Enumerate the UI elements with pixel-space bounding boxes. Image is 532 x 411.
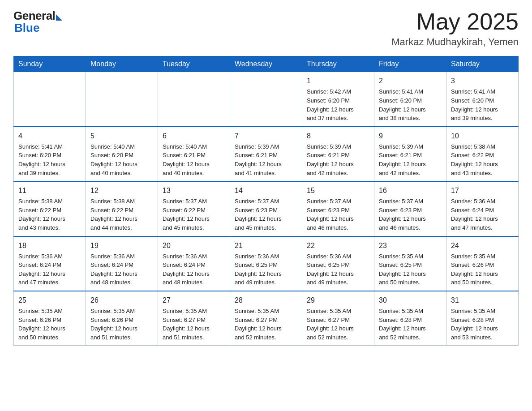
day-number: 13 — [163, 185, 225, 196]
table-row: 20Sunrise: 5:36 AM Sunset: 6:24 PM Dayli… — [158, 236, 230, 291]
logo-triangle-icon — [56, 14, 62, 21]
logo: General Blue — [13, 9, 62, 35]
day-info: Sunrise: 5:35 AM Sunset: 6:27 PM Dayligh… — [163, 308, 210, 341]
day-info: Sunrise: 5:36 AM Sunset: 6:24 PM Dayligh… — [451, 198, 498, 231]
table-row: 30Sunrise: 5:35 AM Sunset: 6:28 PM Dayli… — [374, 291, 446, 346]
table-row: 13Sunrise: 5:37 AM Sunset: 6:22 PM Dayli… — [158, 181, 230, 236]
day-number: 29 — [307, 295, 369, 305]
day-info: Sunrise: 5:37 AM Sunset: 6:22 PM Dayligh… — [163, 198, 210, 231]
day-info: Sunrise: 5:38 AM Sunset: 6:22 PM Dayligh… — [18, 198, 65, 231]
table-row: 28Sunrise: 5:35 AM Sunset: 6:27 PM Dayli… — [230, 291, 302, 346]
day-info: Sunrise: 5:36 AM Sunset: 6:24 PM Dayligh… — [163, 253, 210, 286]
table-row: 8Sunrise: 5:39 AM Sunset: 6:21 PM Daylig… — [302, 127, 374, 181]
col-monday: Monday — [86, 56, 158, 72]
day-info: Sunrise: 5:40 AM Sunset: 6:21 PM Dayligh… — [163, 143, 210, 176]
table-row: 27Sunrise: 5:35 AM Sunset: 6:27 PM Dayli… — [158, 291, 230, 346]
day-info: Sunrise: 5:36 AM Sunset: 6:24 PM Dayligh… — [18, 253, 65, 286]
day-info: Sunrise: 5:37 AM Sunset: 6:23 PM Dayligh… — [379, 198, 426, 231]
day-info: Sunrise: 5:35 AM Sunset: 6:27 PM Dayligh… — [235, 308, 282, 341]
day-number: 15 — [307, 185, 369, 196]
day-info: Sunrise: 5:38 AM Sunset: 6:22 PM Dayligh… — [451, 143, 498, 176]
day-info: Sunrise: 5:40 AM Sunset: 6:20 PM Dayligh… — [90, 143, 137, 176]
day-number: 31 — [451, 295, 514, 305]
table-row: 11Sunrise: 5:38 AM Sunset: 6:22 PM Dayli… — [14, 181, 86, 236]
calendar-header-row: Sunday Monday Tuesday Wednesday Thursday… — [14, 56, 519, 72]
day-number: 9 — [379, 131, 442, 141]
day-number: 6 — [163, 131, 225, 141]
day-number: 25 — [18, 295, 81, 305]
table-row: 10Sunrise: 5:38 AM Sunset: 6:22 PM Dayli… — [446, 127, 519, 181]
day-number: 30 — [379, 295, 442, 305]
day-info: Sunrise: 5:36 AM Sunset: 6:25 PM Dayligh… — [235, 253, 282, 286]
day-number: 26 — [90, 295, 153, 305]
page-header: General Blue May 2025 Markaz Mudhaykirah… — [13, 9, 519, 48]
table-row: 19Sunrise: 5:36 AM Sunset: 6:24 PM Dayli… — [86, 236, 158, 291]
table-row: 23Sunrise: 5:35 AM Sunset: 6:25 PM Dayli… — [374, 236, 446, 291]
table-row: 17Sunrise: 5:36 AM Sunset: 6:24 PM Dayli… — [446, 181, 519, 236]
table-row: 21Sunrise: 5:36 AM Sunset: 6:25 PM Dayli… — [230, 236, 302, 291]
table-row: 24Sunrise: 5:35 AM Sunset: 6:26 PM Dayli… — [446, 236, 519, 291]
table-row: 9Sunrise: 5:39 AM Sunset: 6:21 PM Daylig… — [374, 127, 446, 181]
table-row: 31Sunrise: 5:35 AM Sunset: 6:28 PM Dayli… — [446, 291, 519, 346]
table-row — [158, 72, 230, 127]
table-row: 3Sunrise: 5:41 AM Sunset: 6:20 PM Daylig… — [446, 72, 519, 127]
table-row: 2Sunrise: 5:41 AM Sunset: 6:20 PM Daylig… — [374, 72, 446, 127]
day-number: 23 — [379, 240, 442, 251]
location-subtitle: Markaz Mudhaykirah, Yemen — [391, 36, 519, 48]
table-row: 1Sunrise: 5:42 AM Sunset: 6:20 PM Daylig… — [302, 72, 374, 127]
table-row: 15Sunrise: 5:37 AM Sunset: 6:23 PM Dayli… — [302, 181, 374, 236]
table-row: 26Sunrise: 5:35 AM Sunset: 6:26 PM Dayli… — [86, 291, 158, 346]
day-number: 27 — [163, 295, 225, 305]
day-number: 16 — [379, 185, 442, 196]
day-number: 4 — [18, 131, 81, 141]
table-row: 18Sunrise: 5:36 AM Sunset: 6:24 PM Dayli… — [14, 236, 86, 291]
day-number: 21 — [235, 240, 297, 251]
day-info: Sunrise: 5:37 AM Sunset: 6:23 PM Dayligh… — [307, 198, 354, 231]
table-row — [230, 72, 302, 127]
title-block: May 2025 Markaz Mudhaykirah, Yemen — [391, 9, 519, 48]
col-friday: Friday — [374, 56, 446, 72]
day-number: 20 — [163, 240, 225, 251]
day-number: 8 — [307, 131, 369, 141]
day-number: 22 — [307, 240, 369, 251]
day-info: Sunrise: 5:35 AM Sunset: 6:25 PM Dayligh… — [379, 253, 426, 286]
table-row: 12Sunrise: 5:38 AM Sunset: 6:22 PM Dayli… — [86, 181, 158, 236]
day-number: 3 — [451, 76, 514, 86]
table-row: 4Sunrise: 5:41 AM Sunset: 6:20 PM Daylig… — [14, 127, 86, 181]
day-number: 19 — [90, 240, 153, 251]
day-number: 12 — [90, 185, 153, 196]
table-row: 16Sunrise: 5:37 AM Sunset: 6:23 PM Dayli… — [374, 181, 446, 236]
day-number: 2 — [379, 76, 442, 86]
day-info: Sunrise: 5:38 AM Sunset: 6:22 PM Dayligh… — [90, 198, 137, 231]
calendar-week-row: 25Sunrise: 5:35 AM Sunset: 6:26 PM Dayli… — [14, 291, 519, 346]
day-info: Sunrise: 5:41 AM Sunset: 6:20 PM Dayligh… — [451, 88, 498, 121]
day-info: Sunrise: 5:35 AM Sunset: 6:27 PM Dayligh… — [307, 308, 354, 341]
day-info: Sunrise: 5:41 AM Sunset: 6:20 PM Dayligh… — [18, 143, 65, 176]
day-info: Sunrise: 5:39 AM Sunset: 6:21 PM Dayligh… — [307, 143, 354, 176]
logo-blue-text: Blue — [14, 21, 39, 35]
day-info: Sunrise: 5:37 AM Sunset: 6:23 PM Dayligh… — [235, 198, 282, 231]
day-info: Sunrise: 5:41 AM Sunset: 6:20 PM Dayligh… — [379, 88, 426, 121]
day-number: 1 — [307, 76, 369, 86]
calendar-table: Sunday Monday Tuesday Wednesday Thursday… — [13, 56, 519, 346]
day-number: 14 — [235, 185, 297, 196]
day-info: Sunrise: 5:35 AM Sunset: 6:26 PM Dayligh… — [18, 308, 65, 341]
day-number: 10 — [451, 131, 514, 141]
day-number: 11 — [18, 185, 81, 196]
day-info: Sunrise: 5:35 AM Sunset: 6:28 PM Dayligh… — [379, 308, 426, 341]
day-info: Sunrise: 5:36 AM Sunset: 6:24 PM Dayligh… — [90, 253, 137, 286]
calendar-week-row: 1Sunrise: 5:42 AM Sunset: 6:20 PM Daylig… — [14, 72, 519, 127]
col-tuesday: Tuesday — [158, 56, 230, 72]
day-info: Sunrise: 5:39 AM Sunset: 6:21 PM Dayligh… — [235, 143, 282, 176]
calendar-week-row: 4Sunrise: 5:41 AM Sunset: 6:20 PM Daylig… — [14, 127, 519, 181]
day-number: 5 — [90, 131, 153, 141]
table-row: 6Sunrise: 5:40 AM Sunset: 6:21 PM Daylig… — [158, 127, 230, 181]
col-wednesday: Wednesday — [230, 56, 302, 72]
table-row: 25Sunrise: 5:35 AM Sunset: 6:26 PM Dayli… — [14, 291, 86, 346]
col-thursday: Thursday — [302, 56, 374, 72]
calendar-week-row: 11Sunrise: 5:38 AM Sunset: 6:22 PM Dayli… — [14, 181, 519, 236]
day-info: Sunrise: 5:35 AM Sunset: 6:26 PM Dayligh… — [90, 308, 137, 341]
day-info: Sunrise: 5:35 AM Sunset: 6:28 PM Dayligh… — [451, 308, 498, 341]
day-number: 7 — [235, 131, 297, 141]
table-row: 14Sunrise: 5:37 AM Sunset: 6:23 PM Dayli… — [230, 181, 302, 236]
